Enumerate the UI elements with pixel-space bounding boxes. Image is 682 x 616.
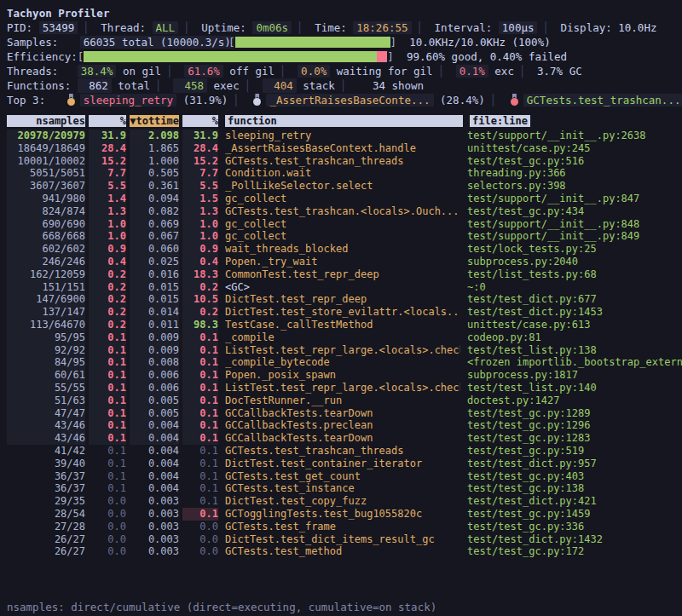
table-row[interactable]: 36/370.10.0040.1GCTests.test_get_countte… xyxy=(0,470,682,483)
cell-file-line: test/support/__init__.py:847 xyxy=(467,193,682,205)
table-row[interactable]: 36/370.10.0040.1GCTests.test_instancetes… xyxy=(0,482,682,495)
cell-function: gc_collect xyxy=(225,193,460,205)
cell-percent-cumulative: 0.1 xyxy=(182,331,218,344)
column-header-nsamples[interactable]: nsamples xyxy=(7,115,85,127)
cell-percent-cumulative: 0.1 xyxy=(182,508,218,521)
exc-stat: 0.1% exc xyxy=(456,65,514,78)
cell-percent-cumulative: 0.1 xyxy=(182,344,218,357)
cell-percent-direct: 1.3 xyxy=(89,205,126,218)
column-header-file-line[interactable]: file:line xyxy=(470,115,682,127)
thread-stat[interactable]: Thread: ALL xyxy=(101,21,178,34)
cell-file-line: subprocess.py:1817 xyxy=(467,369,682,382)
cell-file-line: test/test_gc.py:1283 xyxy=(467,432,682,445)
table-row[interactable]: 28/540.00.0030.1GCTogglingTests.test_bug… xyxy=(0,508,682,521)
divider: │ xyxy=(83,21,90,34)
table-row[interactable]: 137/1470.20.0140.2DictTest.test_store_ev… xyxy=(0,306,682,319)
cell-tottime: 0.004 xyxy=(130,458,179,470)
cell-tottime: 0.094 xyxy=(130,193,179,205)
table-row[interactable]: 113/646700.20.01198.3TestCase._callTestM… xyxy=(0,319,682,331)
table-row[interactable]: 10001/1000215.21.00015.2GCTests.test_tra… xyxy=(0,155,682,168)
table-row[interactable]: 43/460.10.0040.1GCCallbackTests.tearDown… xyxy=(0,432,682,445)
column-header-percent-direct[interactable]: % xyxy=(89,115,126,127)
table-row[interactable]: 43/460.10.0040.1GCCallbackTests.preclean… xyxy=(0,419,682,432)
table-row[interactable]: 26/270.00.0030.0DictTest.test_dict_items… xyxy=(0,533,682,546)
table-row[interactable]: 18649/1864928.41.86528.4_AssertRaisesBas… xyxy=(0,142,682,155)
table-row[interactable]: 39/400.10.0040.1DictTest.test_container_… xyxy=(0,458,682,470)
column-header-function[interactable]: function xyxy=(225,115,463,127)
table-row[interactable]: 162/120590.20.01618.3CommonTest.test_rep… xyxy=(0,268,682,281)
table-row[interactable]: 27/280.00.0030.0GCTests.test_frametest/t… xyxy=(0,521,682,533)
top3-pct-1: (31.9%) xyxy=(183,94,228,107)
column-header-percent-cumulative[interactable]: % xyxy=(182,115,218,127)
cell-percent-direct: 0.4 xyxy=(89,256,126,268)
table-row[interactable]: 92/920.10.0090.1ListTest.test_repr_large… xyxy=(0,344,682,357)
pid-stat: PID: 53499 xyxy=(7,21,78,34)
table-row[interactable]: 690/6901.00.0691.0gc_collecttest/support… xyxy=(0,218,682,231)
table-row[interactable]: 151/1510.20.0150.2<GC>~:0 xyxy=(0,281,682,294)
table-row[interactable]: 941/9801.40.0941.5gc_collecttest/support… xyxy=(0,193,682,205)
table-row[interactable]: 60/610.10.0060.1Popen._posix_spawnsubpro… xyxy=(0,369,682,382)
table-header-row: nsamples % ▼tottime % function file:line xyxy=(0,113,682,128)
cell-function: _AssertRaisesBaseContext.handle xyxy=(225,142,460,155)
interval-value: 100µs xyxy=(499,21,538,34)
table-row[interactable]: 20978/2097931.92.09831.9sleeping_retryte… xyxy=(0,130,682,142)
cell-function: GCTests.test_trashcan_threads xyxy=(225,155,460,168)
divider: │ xyxy=(417,21,424,34)
cell-function: ListTest.test_repr_large.<locals>.check xyxy=(225,382,460,394)
table-row[interactable]: 55/550.10.0060.1ListTest.test_repr_large… xyxy=(0,382,682,394)
cell-nsamples: 147/6900 xyxy=(7,293,85,306)
cell-percent-direct: 0.9 xyxy=(89,243,126,256)
table-row[interactable]: 3607/36075.50.3615.5_PollLikeSelector.se… xyxy=(0,180,682,193)
cell-nsamples: 162/12059 xyxy=(7,268,85,281)
table-row[interactable]: 26/270.00.0030.0GCTests.test_methodtest/… xyxy=(0,545,682,558)
table-row[interactable]: 602/6020.90.0600.9wait_threads_blockedte… xyxy=(0,243,682,256)
table-row[interactable]: 246/2460.40.0250.4Popen._try_waitsubproc… xyxy=(0,256,682,268)
cell-percent-cumulative: 0.2 xyxy=(182,306,218,319)
cell-percent-direct: 0.1 xyxy=(89,458,126,470)
cell-tottime: 0.006 xyxy=(130,369,179,382)
divider: │ xyxy=(438,65,445,78)
table-row[interactable]: 41/420.10.0040.1GCTests.test_trashcan_th… xyxy=(0,445,682,458)
cell-tottime: 0.025 xyxy=(130,256,179,268)
cell-nsamples: 51/63 xyxy=(7,394,85,407)
divider: │ xyxy=(340,79,347,92)
cell-percent-direct: 0.1 xyxy=(89,419,126,432)
cell-percent-cumulative: 0.1 xyxy=(182,445,218,458)
cell-percent-cumulative: 1.0 xyxy=(182,230,218,243)
table-row[interactable]: 147/69000.20.01510.5DictTest.test_repr_d… xyxy=(0,293,682,306)
cell-nsamples: 95/95 xyxy=(7,331,85,344)
cell-tottime: 0.009 xyxy=(130,331,179,344)
gil-off-stat: 61.6% off gil xyxy=(184,65,275,78)
cell-tottime: 1.865 xyxy=(130,142,179,155)
profile-table: nsamples % ▼tottime % function file:line… xyxy=(0,113,682,558)
thread-value: ALL xyxy=(153,21,179,34)
cell-tottime: 1.000 xyxy=(130,155,179,168)
table-row[interactable]: 47/470.10.0050.1GCCallbackTests.tearDown… xyxy=(0,407,682,420)
cell-percent-direct: 0.2 xyxy=(89,268,126,281)
cell-tottime: 0.016 xyxy=(130,268,179,281)
cell-file-line: test/test_dict.py:677 xyxy=(467,293,682,306)
divider: │ xyxy=(233,94,240,107)
silver-medal-icon xyxy=(252,94,262,106)
cell-percent-cumulative: 0.1 xyxy=(182,356,218,369)
cell-tottime: 0.069 xyxy=(130,218,179,231)
table-row[interactable]: 824/8741.30.0821.3GCTests.test_trashcan.… xyxy=(0,205,682,218)
functions-exec: 458 exec xyxy=(173,79,240,92)
table-row[interactable]: 51/630.10.0050.1DocTestRunner.__rundocte… xyxy=(0,394,682,407)
cell-file-line: unittest/case.py:613 xyxy=(467,319,682,331)
cell-nsamples: 137/147 xyxy=(7,306,85,319)
cell-file-line: test/test_list.py:140 xyxy=(467,382,682,394)
cell-function: TestCase._callTestMethod xyxy=(225,319,460,331)
table-row[interactable]: 95/950.10.0090.1_compilecodeop.py:81 xyxy=(0,331,682,344)
uptime-value: 0m06s xyxy=(252,21,292,34)
cell-function: ListTest.test_repr_large.<locals>.check xyxy=(225,344,460,357)
column-header-tottime-sorted[interactable]: ▼tottime xyxy=(130,115,179,127)
table-row[interactable]: 84/950.10.0080.1_compile_bytecode<frozen… xyxy=(0,356,682,369)
table-row[interactable]: 668/6681.00.0671.0gc_collecttest/support… xyxy=(0,230,682,243)
cell-nsamples: 246/246 xyxy=(7,256,85,268)
cell-percent-direct: 5.5 xyxy=(89,180,126,193)
table-row[interactable]: 29/350.00.0030.1DictTest.test_copy_fuzzt… xyxy=(0,495,682,508)
cell-percent-direct: 31.9 xyxy=(89,130,126,142)
table-row[interactable]: 5051/50517.70.5057.7Condition.waitthread… xyxy=(0,167,682,180)
cell-percent-cumulative: 10.5 xyxy=(182,293,218,306)
